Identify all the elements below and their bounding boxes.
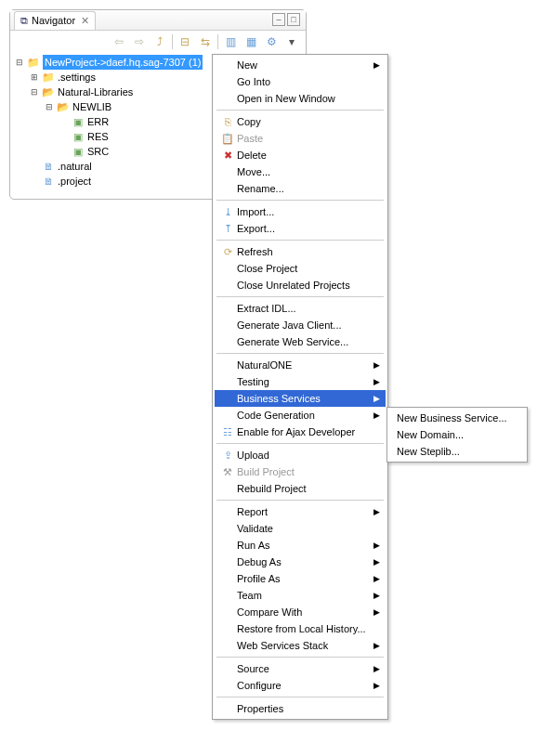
menu-label: Profile As — [237, 573, 369, 584]
submenu-arrow-icon: ▶ — [373, 557, 380, 567]
menu-go-into[interactable]: Go Into — [215, 73, 386, 90]
delete-icon: ✖ — [218, 150, 237, 162]
menu-refresh[interactable]: ⟳ Refresh — [215, 243, 386, 260]
menu-copy[interactable]: ⎘ Copy — [215, 113, 386, 130]
menu-restore-history[interactable]: Restore from Local History... — [215, 620, 386, 637]
separator — [217, 34, 218, 49]
menu-label: Close Unrelated Projects — [237, 280, 369, 291]
submenu-new-domain[interactable]: New Domain... — [389, 426, 525, 443]
menu-open-new-window[interactable]: Open in New Window — [215, 90, 386, 107]
submenu-arrow-icon: ▶ — [373, 591, 380, 600]
refresh-icon: ⟳ — [218, 246, 237, 258]
menu-properties[interactable]: Properties — [215, 700, 386, 717]
menu-extract-idl[interactable]: Extract IDL... — [215, 300, 386, 317]
menu-business-services[interactable]: Business Services ▶ — [215, 390, 386, 407]
menu-report[interactable]: Report ▶ — [215, 503, 386, 520]
menu-close-project[interactable]: Close Project — [215, 260, 386, 277]
business-services-submenu: New Business Service... New Domain... Ne… — [386, 407, 528, 463]
menu-team[interactable]: Team ▶ — [215, 587, 386, 604]
collapse-icon[interactable]: ⊟ — [14, 55, 24, 70]
submenu-new-business-service[interactable]: New Business Service... — [389, 410, 525, 426]
menu-label: Properties — [237, 703, 369, 714]
menu-testing[interactable]: Testing ▶ — [215, 373, 386, 390]
menu-label: New Steplib... — [397, 446, 508, 457]
menu-paste: 📋 Paste — [215, 130, 386, 147]
filter-button[interactable]: ▥ — [222, 33, 239, 50]
tree-label: ERR — [87, 114, 109, 129]
menu-label: Delete — [237, 150, 369, 161]
menu-import[interactable]: ⤓ Import... — [215, 203, 386, 220]
menu-configure[interactable]: Configure ▶ — [215, 677, 386, 694]
menu-separator — [216, 296, 384, 297]
refresh-button[interactable]: ▦ — [242, 33, 259, 50]
menu-label: Generate Java Client... — [237, 319, 369, 331]
menu-separator — [216, 657, 384, 658]
navigator-tab[interactable]: ⧉ Navigator ✕ — [14, 11, 96, 30]
forward-button[interactable]: ⇨ — [131, 33, 148, 50]
collapse-all-button[interactable]: ⊟ — [177, 33, 193, 50]
menu-rename[interactable]: Rename... — [215, 180, 386, 197]
menu-separator — [216, 500, 384, 501]
submenu-arrow-icon: ▶ — [373, 681, 380, 690]
menu-separator — [216, 353, 384, 354]
menu-new[interactable]: New ▶ — [215, 57, 386, 73]
menu-delete[interactable]: ✖ Delete — [215, 147, 386, 163]
menu-label: Refresh — [237, 246, 369, 257]
menu-upload[interactable]: ⇪ Upload — [215, 447, 386, 463]
menu-export[interactable]: ⤒ Export... — [215, 220, 386, 237]
menu-compare-with[interactable]: Compare With ▶ — [215, 604, 386, 620]
menu-validate[interactable]: Validate — [215, 520, 386, 537]
maximize-view-button[interactable]: □ — [287, 13, 300, 26]
menu-source[interactable]: Source ▶ — [215, 660, 386, 677]
menu-separator — [216, 443, 384, 444]
tab-title: Navigator — [32, 15, 75, 26]
menu-run-as[interactable]: Run As ▶ — [215, 537, 386, 554]
folder-open-icon: 📂 — [41, 85, 56, 99]
menu-debug-as[interactable]: Debug As ▶ — [215, 554, 386, 570]
submenu-new-steplib[interactable]: New Steplib... — [389, 443, 525, 460]
menu-separator — [216, 200, 384, 201]
view-menu-button[interactable]: ▾ — [283, 33, 300, 50]
project-icon: 📁 — [26, 55, 41, 70]
upload-icon: ⇪ — [218, 450, 237, 462]
back-button[interactable]: ⇦ — [111, 33, 127, 50]
tree-label: NEWLIB — [72, 99, 111, 114]
submenu-arrow-icon: ▶ — [373, 664, 380, 673]
menu-label: Export... — [237, 223, 369, 234]
copy-icon: ⎘ — [218, 116, 237, 127]
menu-code-generation[interactable]: Code Generation ▶ — [215, 407, 386, 424]
tree-label: .settings — [58, 70, 96, 85]
tab-bar: ⧉ Navigator ✕ – □ — [10, 10, 306, 31]
menu-label: Upload — [237, 450, 369, 461]
menu-label: Compare With — [237, 606, 369, 618]
menu-profile-as[interactable]: Profile As ▶ — [215, 570, 386, 587]
close-icon[interactable]: ✕ — [81, 15, 89, 27]
menu-separator — [216, 110, 384, 111]
menu-naturalone[interactable]: NaturalONE ▶ — [215, 357, 386, 373]
menu-move[interactable]: Move... — [215, 163, 386, 180]
submenu-arrow-icon: ▶ — [373, 377, 380, 386]
expand-icon[interactable]: ⊞ — [29, 70, 39, 85]
collapse-icon[interactable]: ⊟ — [29, 85, 39, 99]
menu-separator — [216, 240, 384, 241]
view-toolbar: ⇦ ⇨ ⤴ ⊟ ⇆ ▥ ▦ ⚙ ▾ — [10, 31, 306, 53]
menu-label: Go Into — [237, 76, 369, 87]
collapse-icon[interactable]: ⊟ — [44, 99, 54, 114]
menu-close-unrelated-projects[interactable]: Close Unrelated Projects — [215, 277, 386, 293]
settings-button[interactable]: ⚙ — [263, 33, 280, 50]
link-editor-button[interactable]: ⇆ — [197, 33, 214, 50]
menu-generate-web-service[interactable]: Generate Web Service... — [215, 333, 386, 350]
menu-enable-ajax[interactable]: ☷ Enable for Ajax Developer — [215, 424, 386, 440]
menu-web-services-stack[interactable]: Web Services Stack ▶ — [215, 637, 386, 654]
up-button[interactable]: ⤴ — [151, 33, 168, 50]
build-icon: ⚒ — [218, 466, 237, 478]
import-icon: ⤓ — [218, 206, 237, 218]
minimize-view-button[interactable]: – — [272, 13, 285, 26]
menu-label: Run As — [237, 540, 369, 551]
menu-rebuild-project[interactable]: Rebuild Project — [215, 480, 386, 497]
menu-label: New Business Service... — [397, 412, 508, 424]
menu-generate-java-client[interactable]: Generate Java Client... — [215, 317, 386, 333]
submenu-arrow-icon: ▶ — [373, 541, 380, 550]
folder-open-icon: 📂 — [56, 99, 71, 114]
submenu-arrow-icon: ▶ — [373, 411, 380, 420]
